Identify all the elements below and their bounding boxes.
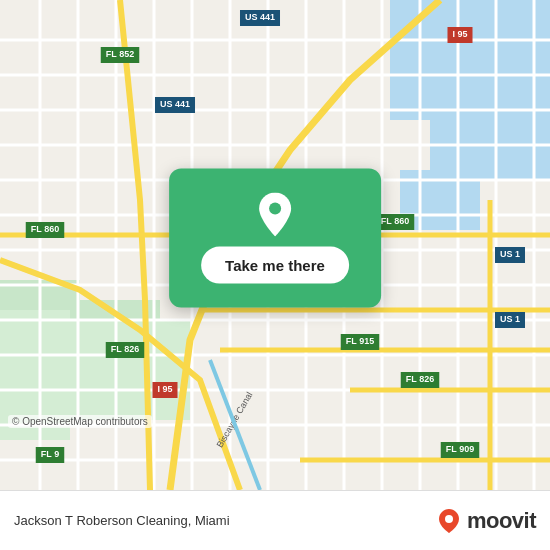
svg-point-1	[445, 515, 453, 523]
moovit-brand-text: moovit	[467, 508, 536, 534]
take-me-there-button[interactable]: Take me there	[201, 247, 349, 284]
bottom-bar: Jackson T Roberson Cleaning, Miami moovi…	[0, 490, 550, 550]
svg-point-0	[269, 203, 281, 215]
map-attribution: © OpenStreetMap contributors	[8, 415, 152, 428]
navigation-card: Take me there	[169, 169, 381, 308]
location-pin-icon	[253, 193, 297, 237]
moovit-logo: moovit	[435, 507, 536, 535]
map-container: Take me there © OpenStreetMap contributo…	[0, 0, 550, 490]
location-label: Jackson T Roberson Cleaning, Miami	[14, 513, 230, 528]
moovit-pin-icon	[435, 507, 463, 535]
